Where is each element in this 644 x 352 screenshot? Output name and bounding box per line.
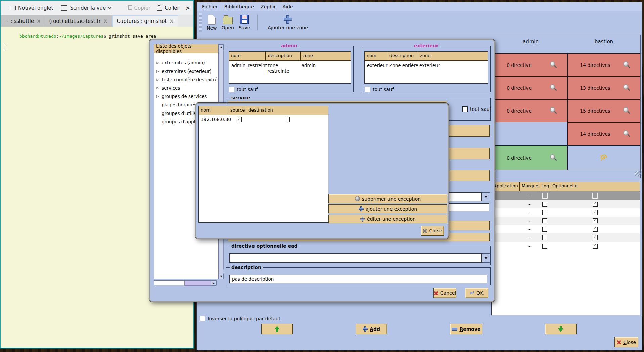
scroll-down-icon[interactable]: ▼ <box>219 274 224 279</box>
exception-close-button[interactable]: Close <box>421 226 444 236</box>
new-tab-button[interactable]: Nouvel onglet <box>10 5 53 11</box>
close-icon[interactable]: × <box>169 18 174 24</box>
matrix-cell[interactable]: 15 directives <box>567 99 640 122</box>
expander-icon[interactable]: ▷ <box>154 94 162 98</box>
expander-icon[interactable]: ▷ <box>154 86 162 90</box>
description-field[interactable]: pas de description <box>229 275 487 283</box>
destination-checkbox[interactable] <box>285 117 290 122</box>
add-zone-button[interactable]: Ajouter une zone <box>268 15 308 30</box>
matrix-cell[interactable]: 0 directive <box>494 77 567 99</box>
tab-sshuttle[interactable]: ~ : sshuttle× <box>1 15 45 27</box>
scrollbar-thumb[interactable] <box>184 281 212 286</box>
matrix-cell[interactable]: 0 directive <box>494 145 567 170</box>
tab-captures-grimshot[interactable]: Captures : grimshot× <box>112 15 178 27</box>
optionnelle-checkbox[interactable] <box>593 235 598 240</box>
admin-tout-sauf[interactable]: tout sauf <box>229 87 258 92</box>
tout-sauf-checkbox[interactable] <box>365 87 370 92</box>
add-button[interactable]: Add <box>356 324 387 334</box>
expander-icon[interactable]: ▷ <box>154 78 162 81</box>
log-checkbox[interactable] <box>542 218 547 223</box>
column-header-marque[interactable]: Marque <box>520 182 539 191</box>
edit-exception-button[interactable]: éditer une exception <box>328 215 447 223</box>
matrix-cell[interactable]: 14 directives <box>567 122 640 145</box>
objects-list-header[interactable]: Liste des objets disponibles <box>154 44 218 53</box>
column-header-nom[interactable]: nom <box>199 106 228 115</box>
expander-icon[interactable]: ▷ <box>154 61 162 64</box>
toolbar-overflow-button[interactable]: > <box>185 5 190 11</box>
column-header-destination[interactable]: destination <box>246 106 328 115</box>
admin-extremites-table[interactable]: nom description zone admin_restreint zon… <box>229 51 351 84</box>
expander-icon[interactable]: ▷ <box>154 69 162 73</box>
matrix-cell[interactable]: 0 directive <box>494 53 567 77</box>
table-row[interactable]: - <box>492 191 640 200</box>
move-up-button[interactable] <box>261 324 293 334</box>
magnifier-icon[interactable] <box>549 154 557 162</box>
column-header-description[interactable]: description <box>387 52 418 60</box>
tree-item[interactable]: ▷Liste complète des extrém <box>154 75 218 84</box>
column-header-optionnelle[interactable]: Optionnelle <box>550 182 640 191</box>
log-checkbox[interactable] <box>542 235 547 240</box>
optionnelle-checkbox[interactable] <box>593 202 598 207</box>
optionnelle-checkbox[interactable] <box>592 193 598 199</box>
optionnelle-checkbox[interactable] <box>593 244 598 249</box>
log-checkbox[interactable] <box>542 210 547 215</box>
optionnelle-checkbox[interactable] <box>593 218 598 223</box>
menu-bibliotheque[interactable]: Bibliothèque <box>221 3 257 11</box>
open-button[interactable]: Open <box>222 15 234 30</box>
invert-policy-row[interactable]: Inverser la politique par défaut <box>200 316 280 321</box>
column-header-zone[interactable]: zone <box>418 52 488 60</box>
magnifier-icon[interactable] <box>623 61 631 69</box>
objects-scrollbar-horizontal[interactable]: ▶ <box>154 280 217 285</box>
paste-button[interactable]: Coller <box>157 5 179 11</box>
matrix-cell[interactable]: 13 directives <box>567 77 640 99</box>
column-header-source[interactable]: source <box>228 106 246 115</box>
table-row[interactable]: - <box>492 217 640 225</box>
tout-sauf-checkbox[interactable] <box>462 106 468 112</box>
table-row[interactable]: - <box>492 225 640 233</box>
scroll-up-icon[interactable]: ▲ <box>219 44 224 50</box>
column-header-zone[interactable]: zone <box>301 52 351 60</box>
magnifier-icon[interactable] <box>549 107 557 115</box>
delete-exception-button[interactable]: supprimer une exception <box>328 194 447 203</box>
split-view-button[interactable]: Scinder la vue <box>61 5 111 11</box>
table-row[interactable]: - <box>492 200 640 208</box>
optionnelle-checkbox[interactable] <box>593 210 598 215</box>
tab-etb1[interactable]: (root) etb1.ac-test.fr× <box>45 15 112 27</box>
matrix-cell[interactable]: 14 directives <box>567 53 640 77</box>
table-row[interactable]: admin_restreint zone restreinte admin <box>229 61 351 74</box>
save-button[interactable]: Save <box>239 15 250 30</box>
column-header-nom[interactable]: nom <box>365 52 387 60</box>
source-checkbox[interactable] <box>237 117 242 122</box>
magnifier-icon[interactable] <box>549 84 557 92</box>
menu-zephir[interactable]: Zephir <box>257 3 279 11</box>
ok-button[interactable]: ↵ OK <box>465 288 488 298</box>
move-down-button[interactable] <box>545 324 577 334</box>
new-button[interactable]: New <box>206 15 217 31</box>
magnifier-icon[interactable] <box>623 84 631 92</box>
service-tout-sauf[interactable]: tout sauf <box>462 106 491 112</box>
toolbar-drag-handle[interactable] <box>199 13 202 32</box>
resize-grip-icon[interactable] <box>635 171 641 176</box>
ead-combo-field[interactable] <box>229 253 482 263</box>
table-row[interactable]: - <box>492 208 640 217</box>
log-checkbox[interactable] <box>542 244 547 249</box>
add-exception-button[interactable]: ajouter une exception <box>328 204 447 213</box>
cancel-button[interactable]: Cancel <box>433 288 456 298</box>
exterieur-extremites-table[interactable]: nom description zone exterieur Zone enti… <box>364 51 488 84</box>
magnifier-icon[interactable] <box>623 107 631 115</box>
close-icon[interactable]: × <box>103 18 108 24</box>
magnifier-icon[interactable] <box>549 61 557 69</box>
tree-item[interactable]: ▷services <box>154 84 218 92</box>
matrix-cell[interactable]: 0 directive <box>494 99 567 122</box>
exterieur-tout-sauf[interactable]: tout sauf <box>365 87 394 92</box>
scroll-right-icon[interactable]: ▶ <box>211 281 216 286</box>
close-icon[interactable]: × <box>37 18 41 24</box>
table-row[interactable]: - <box>492 242 640 250</box>
copy-button[interactable]: Copier <box>127 5 151 11</box>
app-close-button[interactable]: Close <box>614 337 638 347</box>
column-header-description[interactable]: description <box>266 52 300 60</box>
tout-sauf-checkbox[interactable] <box>229 87 234 92</box>
column-header-application[interactable]: Application <box>492 182 520 191</box>
tree-item[interactable]: ▷extremites (exterieur) <box>154 67 218 75</box>
invert-policy-checkbox[interactable] <box>200 316 205 321</box>
